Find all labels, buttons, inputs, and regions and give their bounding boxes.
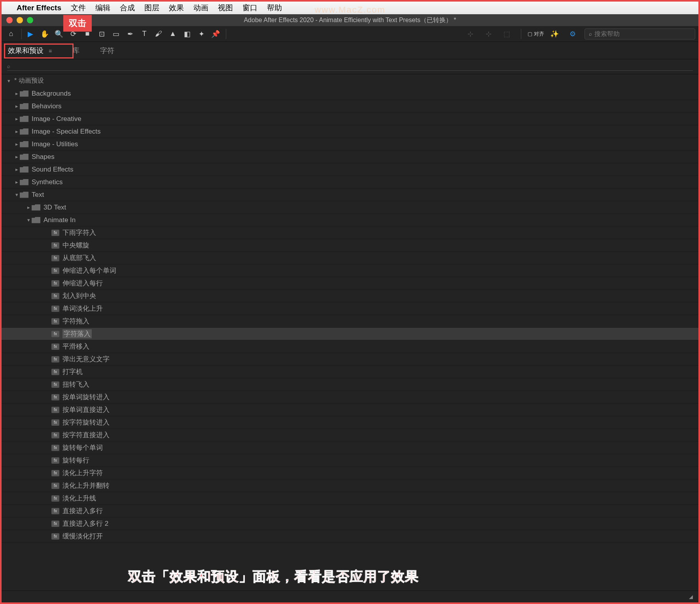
item-label: 直接进入多行: [62, 506, 103, 515]
menu-window[interactable]: 窗口: [242, 3, 257, 13]
preset-row[interactable]: 按字符直接进入: [2, 429, 698, 442]
preset-row[interactable]: 按单词旋转进入: [2, 391, 698, 404]
preset-row[interactable]: 字符拖入: [2, 315, 698, 328]
tab-library[interactable]: 库: [71, 43, 81, 58]
item-label: 按字符旋转进入: [62, 418, 110, 427]
pen-tool-icon[interactable]: ✒: [124, 28, 136, 40]
folder-row[interactable]: ▸Shapes: [2, 151, 698, 163]
brush-tool-icon[interactable]: 🖌: [152, 28, 165, 40]
preset-row[interactable]: 中央螺旋: [2, 239, 698, 252]
preset-row[interactable]: 淡化上升字符: [2, 467, 698, 479]
item-label: 伸缩进入每个单词: [62, 266, 116, 275]
puppet-pin-tool-icon[interactable]: 📌: [209, 28, 222, 40]
preset-row[interactable]: 伸缩进入每行: [2, 277, 698, 290]
home-icon[interactable]: ⌂: [5, 28, 17, 40]
folder-row[interactable]: ▸Image - Special Effects: [2, 125, 698, 138]
folder-row[interactable]: ▸Sound Effects: [2, 163, 698, 176]
preset-row[interactable]: 平滑移入: [2, 340, 698, 353]
preset-row[interactable]: 单词淡化上升: [2, 302, 698, 315]
preset-row[interactable]: 伸缩进入每个单词: [2, 264, 698, 277]
folder-row[interactable]: ▸3D Text: [2, 201, 698, 214]
preset-row[interactable]: 直接进入多行 2: [2, 517, 698, 530]
folder-row[interactable]: ▸Image - Creative: [2, 113, 698, 125]
item-label: 淡化上升字符: [62, 468, 103, 478]
folder-row[interactable]: ▾Animate In: [2, 214, 698, 226]
preset-fx-icon: [51, 344, 59, 350]
pan-behind-tool-icon[interactable]: ⊡: [95, 28, 108, 40]
tab-effects-presets[interactable]: 效果和预设 ≡: [6, 43, 53, 58]
preset-row[interactable]: 直接进入多行: [2, 505, 698, 517]
menu-composition[interactable]: 合成: [120, 3, 135, 13]
preset-row[interactable]: 扭转飞入: [2, 378, 698, 391]
folder-row[interactable]: ▸Image - Utilities: [2, 138, 698, 151]
menu-layer[interactable]: 图层: [144, 3, 159, 13]
chevron-right-icon[interactable]: ▸: [13, 154, 20, 160]
preset-row[interactable]: 旋转每行: [2, 454, 698, 467]
folder-row[interactable]: ▸Synthetics: [2, 176, 698, 189]
resize-handle-icon[interactable]: ◢: [689, 594, 693, 600]
hand-tool-icon[interactable]: ✋: [38, 28, 51, 40]
menu-view[interactable]: 视图: [218, 3, 233, 13]
presets-tree[interactable]: ▾ * 动画预设 ▸Backgrounds▸Behaviors▸Image - …: [2, 74, 698, 591]
preset-row[interactable]: 按字符旋转进入: [2, 416, 698, 429]
menu-file[interactable]: 文件: [71, 3, 86, 13]
preset-row[interactable]: 打字机: [2, 366, 698, 378]
preset-row[interactable]: 从底部飞入: [2, 252, 698, 264]
folder-row[interactable]: ▸Behaviors: [2, 100, 698, 113]
preset-row[interactable]: 按单词直接进入: [2, 404, 698, 416]
minimize-window-button[interactable]: [17, 17, 23, 23]
menu-help[interactable]: 帮助: [267, 3, 282, 13]
preset-row[interactable]: 淡化上升并翻转: [2, 479, 698, 492]
chevron-right-icon[interactable]: ▸: [13, 166, 20, 172]
panel-tab-bar: 效果和预设 ≡ 库 字符: [2, 42, 698, 59]
tab-character[interactable]: 字符: [98, 43, 116, 58]
chevron-down-icon[interactable]: ▾: [25, 217, 32, 223]
folder-row[interactable]: ▾Text: [2, 189, 698, 201]
chevron-down-icon[interactable]: ▾: [13, 192, 20, 198]
maximize-window-button[interactable]: [27, 17, 33, 23]
chevron-right-icon[interactable]: ▸: [13, 116, 20, 122]
double-click-tag: 双击: [63, 15, 92, 32]
help-search[interactable]: ⌕: [585, 28, 695, 40]
preset-row[interactable]: 缓慢淡化打开: [2, 530, 698, 543]
roto-brush-tool-icon[interactable]: ✦: [195, 28, 208, 40]
preset-row[interactable]: 下雨字符入: [2, 226, 698, 239]
chevron-right-icon[interactable]: ▸: [25, 204, 32, 210]
preset-fx-icon: [51, 394, 59, 400]
close-window-button[interactable]: [6, 17, 13, 23]
tree-root-header[interactable]: ▾ * 动画预设: [2, 74, 698, 87]
selection-tool-icon[interactable]: ▶: [24, 28, 37, 40]
item-label: 按字符直接进入: [62, 430, 110, 440]
axis-icon-2[interactable]: ⊹: [482, 28, 495, 40]
eraser-tool-icon[interactable]: ◧: [181, 28, 193, 40]
app-name[interactable]: After Effects: [17, 4, 61, 12]
chevron-right-icon[interactable]: ▸: [13, 91, 20, 96]
menu-edit[interactable]: 编辑: [95, 3, 110, 13]
wand-icon[interactable]: ✨: [548, 28, 561, 40]
help-search-input[interactable]: [594, 30, 691, 38]
chevron-down-icon[interactable]: ▾: [6, 78, 12, 84]
chevron-right-icon[interactable]: ▸: [13, 103, 20, 109]
panel-menu-icon[interactable]: ≡: [49, 48, 52, 54]
chevron-right-icon[interactable]: ▸: [13, 141, 20, 147]
menu-animation[interactable]: 动画: [193, 3, 208, 13]
preset-fx-icon: [51, 381, 59, 388]
gear-icon[interactable]: ⚙: [566, 28, 579, 40]
snap-toggle[interactable]: ▢ 对齐: [528, 30, 544, 38]
menu-effect[interactable]: 效果: [169, 3, 184, 13]
preset-row[interactable]: 弹出无意义文字: [2, 353, 698, 366]
preset-row[interactable]: 旋转每个单词: [2, 442, 698, 454]
clone-stamp-tool-icon[interactable]: ▲: [166, 28, 179, 40]
preset-fx-icon: [51, 356, 59, 362]
chevron-right-icon[interactable]: ▸: [13, 179, 20, 185]
folder-row[interactable]: ▸Backgrounds: [2, 87, 698, 100]
axis-icon[interactable]: ⊹: [464, 28, 477, 40]
preset-row[interactable]: 淡化上升线: [2, 492, 698, 505]
axis-icon-3[interactable]: ⬚: [500, 28, 513, 40]
preset-row[interactable]: 划入到中央: [2, 290, 698, 302]
rectangle-tool-icon[interactable]: ▭: [110, 28, 122, 40]
preset-row[interactable]: 字符落入: [2, 328, 698, 340]
chevron-right-icon[interactable]: ▸: [13, 128, 20, 134]
filter-input[interactable]: ⌕: [7, 63, 693, 71]
text-tool-icon[interactable]: T: [138, 28, 151, 40]
